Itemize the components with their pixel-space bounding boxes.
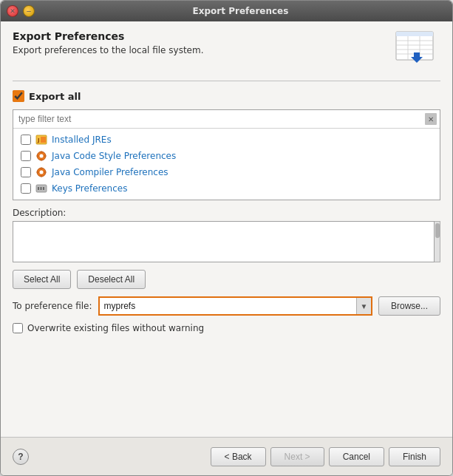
svg-rect-1: [396, 32, 433, 36]
tree-item[interactable]: J Installed JREs: [13, 132, 440, 148]
file-row: To preference file: ▼ Browse...: [13, 296, 440, 316]
deselect-all-button[interactable]: Deselect All: [77, 270, 146, 289]
tree-item[interactable]: Java Code Style Preferences: [13, 148, 440, 164]
bottom-nav-buttons: < Back Next > Cancel Finish: [211, 447, 440, 466]
bottom-bar: ? < Back Next > Cancel Finish: [1, 437, 452, 475]
java-code-style-label: Java Code Style Preferences: [52, 151, 176, 161]
back-button[interactable]: < Back: [211, 447, 266, 466]
svg-point-23: [44, 171, 46, 173]
description-label: Description:: [13, 208, 440, 218]
export-all-label: Export all: [29, 91, 81, 102]
filter-clear-button[interactable]: ✕: [425, 113, 437, 125]
close-button[interactable]: ✕: [7, 5, 18, 17]
file-input-wrapper: ▼: [98, 296, 372, 316]
keys-icon: [35, 183, 47, 194]
export-all-checkbox[interactable]: [13, 90, 24, 102]
description-section: Description:: [13, 208, 440, 262]
tree-item[interactable]: Keys Preferences: [13, 180, 440, 197]
svg-rect-27: [43, 187, 44, 190]
java-compiler-label: Java Compiler Preferences: [52, 167, 168, 177]
svg-rect-11: [41, 137, 46, 143]
jres-label: Installed JREs: [52, 135, 112, 145]
filter-input-row: ✕: [13, 110, 440, 129]
preference-file-input[interactable]: [100, 298, 356, 314]
minimize-button[interactable]: −: [23, 5, 35, 17]
description-box-wrapper: [13, 221, 440, 262]
overwrite-row: Overwrite existing files without warning: [13, 323, 440, 333]
window-title: Export Preferences: [35, 6, 446, 16]
java-code-style-checkbox[interactable]: [21, 151, 31, 161]
browse-button[interactable]: Browse...: [378, 296, 440, 316]
svg-point-19: [40, 171, 44, 174]
export-all-row: Export all: [13, 90, 440, 102]
tree-item[interactable]: Java Compiler Preferences: [13, 164, 440, 180]
title-bar: ✕ − Export Preferences: [1, 1, 452, 21]
svg-point-15: [41, 159, 42, 160]
page-subtitle: Export preferences to the local file sys…: [13, 45, 204, 55]
content-area: Export Preferences Export preferences to…: [1, 21, 452, 437]
jres-checkbox[interactable]: [21, 135, 31, 145]
help-button[interactable]: ?: [13, 449, 29, 465]
svg-point-14: [41, 152, 42, 153]
svg-rect-25: [38, 187, 39, 190]
svg-point-16: [37, 155, 38, 157]
export-icon: [393, 30, 440, 72]
description-scrollbar[interactable]: [435, 221, 440, 262]
svg-point-17: [44, 155, 46, 157]
file-row-label: To preference file:: [13, 301, 92, 311]
svg-point-20: [41, 168, 42, 169]
header-area: Export Preferences Export preferences to…: [13, 30, 440, 72]
overwrite-checkbox[interactable]: [13, 323, 23, 333]
finish-button[interactable]: Finish: [389, 447, 440, 466]
java-compiler-checkbox[interactable]: [21, 167, 31, 177]
svg-rect-26: [41, 187, 42, 190]
jre-icon: J: [35, 134, 47, 146]
overwrite-label: Overwrite existing files without warning: [27, 323, 204, 333]
scrollbar-thumb: [435, 223, 440, 238]
java-compiler-icon: [35, 166, 47, 178]
svg-text:J: J: [37, 137, 40, 143]
keys-label: Keys Preferences: [52, 183, 127, 194]
title-bar-controls: ✕ −: [7, 5, 35, 17]
svg-point-21: [41, 175, 42, 177]
keys-checkbox[interactable]: [21, 183, 31, 194]
java-code-style-icon: [35, 150, 47, 162]
file-dropdown-button[interactable]: ▼: [356, 298, 371, 314]
svg-point-22: [37, 171, 38, 173]
divider: [13, 81, 440, 81]
select-all-button[interactable]: Select All: [13, 270, 71, 289]
tree-list: J Installed JREs: [13, 129, 440, 200]
filter-input[interactable]: [16, 112, 425, 126]
window: ✕ − Export Preferences Export Preference…: [0, 0, 453, 476]
header-text: Export Preferences Export preferences to…: [13, 30, 204, 55]
cancel-button[interactable]: Cancel: [329, 447, 384, 466]
page-title: Export Preferences: [13, 30, 204, 42]
description-textarea[interactable]: [13, 221, 435, 262]
filter-section: ✕ J Installed JREs: [13, 109, 440, 200]
next-button[interactable]: Next >: [270, 447, 324, 466]
svg-point-13: [40, 154, 44, 158]
select-buttons-row: Select All Deselect All: [13, 270, 440, 289]
